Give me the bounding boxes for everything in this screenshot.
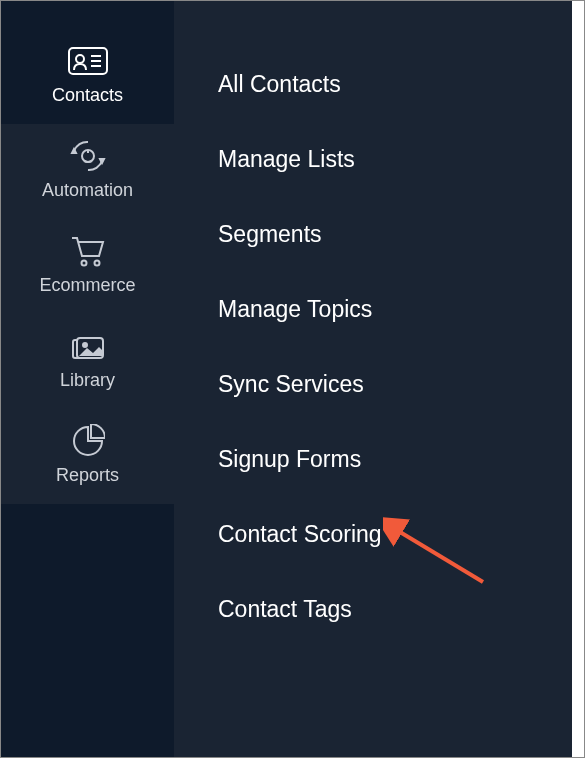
background-content [570, 1, 584, 757]
submenu-item-manage-lists[interactable]: Manage Lists [174, 122, 572, 197]
submenu-item-contact-tags[interactable]: Contact Tags [174, 572, 572, 647]
svg-marker-7 [100, 159, 104, 163]
submenu-item-all-contacts[interactable]: All Contacts [174, 47, 572, 122]
sidebar-item-contacts[interactable]: Contacts [1, 29, 174, 124]
svg-point-11 [83, 343, 87, 347]
sidebar-item-ecommerce[interactable]: Ecommerce [1, 219, 174, 314]
sidebar-nav: Contacts Automation [1, 1, 174, 757]
reports-icon [67, 425, 109, 457]
svg-rect-0 [69, 48, 107, 74]
submenu-contacts: All Contacts Manage Lists Segments Manag… [174, 1, 572, 757]
automation-icon [67, 140, 109, 172]
sidebar-item-label: Library [60, 370, 115, 391]
submenu-item-contact-scoring[interactable]: Contact Scoring [174, 497, 572, 572]
cart-icon [67, 235, 109, 267]
sidebar-item-automation[interactable]: Automation [1, 124, 174, 219]
submenu-item-segments[interactable]: Segments [174, 197, 572, 272]
app-container: Contacts Automation [0, 0, 585, 758]
submenu-item-sync-services[interactable]: Sync Services [174, 347, 572, 422]
sidebar-item-label: Contacts [52, 85, 123, 106]
sidebar-item-label: Ecommerce [39, 275, 135, 296]
svg-point-1 [76, 55, 84, 63]
submenu-item-signup-forms[interactable]: Signup Forms [174, 422, 572, 497]
sidebar-item-label: Reports [56, 465, 119, 486]
contacts-icon [67, 45, 109, 77]
library-icon [67, 330, 109, 362]
submenu-item-manage-topics[interactable]: Manage Topics [174, 272, 572, 347]
sidebar-item-library[interactable]: Library [1, 314, 174, 409]
sidebar-item-reports[interactable]: Reports [1, 409, 174, 504]
svg-point-8 [81, 261, 86, 266]
svg-marker-6 [72, 149, 76, 153]
svg-point-9 [94, 261, 99, 266]
sidebar-item-label: Automation [42, 180, 133, 201]
